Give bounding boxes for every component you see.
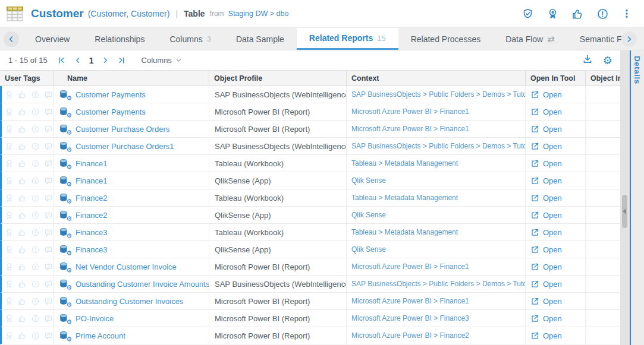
- table-row[interactable]: ⚙ PO-Invoice Microsoft Power BI (Report)…: [0, 310, 620, 327]
- thumbs-up-icon[interactable]: [18, 211, 27, 220]
- table-row[interactable]: ⚙ Customer Purchase Orders Microsoft Pow…: [0, 121, 620, 138]
- table-row[interactable]: ⚙ Outstanding Customer Invoices Microsof…: [0, 293, 620, 310]
- thumbs-up-icon[interactable]: [18, 314, 27, 323]
- next-page-icon[interactable]: [101, 56, 110, 65]
- alert-icon[interactable]: [31, 314, 40, 323]
- medal-icon[interactable]: [5, 125, 14, 134]
- alert-icon[interactable]: [31, 90, 40, 99]
- comment-icon[interactable]: [44, 90, 53, 99]
- medal-icon[interactable]: [5, 245, 14, 254]
- alert-icon[interactable]: [31, 262, 40, 271]
- comment-icon[interactable]: [44, 280, 53, 289]
- alert-icon[interactable]: [31, 107, 40, 116]
- open-in-tool-link[interactable]: Open: [526, 262, 562, 271]
- alert-icon[interactable]: [31, 142, 40, 151]
- context-link[interactable]: Microsoft Azure Power BI > Finance3: [347, 314, 469, 322]
- more-menu-icon[interactable]: [621, 8, 632, 20]
- report-name-link[interactable]: Finance3: [76, 245, 107, 254]
- table-row[interactable]: ⚙ Customer Payments SAP BusinessObjects …: [0, 86, 620, 103]
- tab-related-processes[interactable]: Related Processes: [398, 28, 494, 50]
- open-in-tool-link[interactable]: Open: [526, 159, 562, 168]
- download-icon[interactable]: [582, 54, 593, 67]
- table-row[interactable]: ⚙ Oustanding Customer Invoice Amounts SA…: [0, 276, 620, 293]
- thumbs-up-icon[interactable]: [18, 245, 27, 254]
- source-breadcrumb[interactable]: Staging DW > dbo: [228, 10, 289, 18]
- medal-icon[interactable]: [5, 297, 14, 306]
- context-link[interactable]: Tableau > Metadata Management: [347, 159, 458, 167]
- thumbs-up-icon[interactable]: [18, 262, 27, 271]
- open-in-tool-link[interactable]: Open: [526, 107, 562, 116]
- details-panel-tab[interactable]: Details: [631, 50, 644, 345]
- table-row[interactable]: ⚙ Finance2 Tableau (Workbook) Tableau > …: [0, 189, 620, 207]
- certified-badge-icon[interactable]: [546, 8, 559, 20]
- open-in-tool-link[interactable]: Open: [526, 331, 562, 340]
- table-row[interactable]: ⚙ Finance3 QlikSense (App) Qlik Sense Op…: [0, 241, 620, 258]
- tab-columns[interactable]: Columns 3: [157, 28, 223, 50]
- thumbs-up-icon[interactable]: [18, 176, 27, 185]
- thumbs-up-icon[interactable]: [18, 125, 27, 134]
- context-link[interactable]: SAP BusinessObjects > Public Folders > D…: [347, 280, 526, 288]
- thumbs-up-icon[interactable]: [18, 228, 27, 237]
- context-link[interactable]: Microsoft Azure Power BI > Finance2: [347, 331, 469, 340]
- context-link[interactable]: Qlik Sense: [347, 245, 386, 254]
- comment-icon[interactable]: [44, 331, 53, 340]
- context-link[interactable]: SAP BusinessObjects > Public Folders > D…: [347, 142, 526, 150]
- report-name-link[interactable]: Outstanding Customer Invoices: [76, 297, 183, 306]
- medal-icon[interactable]: [5, 90, 14, 99]
- thumbs-up-icon[interactable]: [18, 90, 27, 99]
- comment-icon[interactable]: [44, 228, 53, 237]
- report-name-link[interactable]: Customer Payments: [76, 90, 146, 99]
- alert-icon[interactable]: [31, 159, 40, 168]
- tabs-scroll-left-icon[interactable]: [4, 31, 19, 47]
- table-row[interactable]: ⚙ Finance3 Tableau (Workbook) Tableau > …: [0, 224, 620, 241]
- report-name-link[interactable]: Customer Purchase Orders1: [76, 142, 174, 151]
- open-in-tool-link[interactable]: Open: [526, 142, 562, 151]
- medal-icon[interactable]: [5, 142, 14, 151]
- medal-icon[interactable]: [5, 228, 14, 237]
- thumbs-up-icon[interactable]: [571, 8, 584, 20]
- table-row[interactable]: ⚙ Net Vendor Customer Invoice Microsoft …: [0, 258, 620, 276]
- table-row[interactable]: ⚙ Finance1 Tableau (Workbook) Tableau > …: [0, 155, 620, 172]
- prev-page-icon[interactable]: [73, 56, 82, 65]
- open-in-tool-link[interactable]: Open: [526, 90, 562, 99]
- thumbs-up-icon[interactable]: [18, 142, 27, 151]
- report-name-link[interactable]: Finance1: [76, 159, 107, 168]
- panel-collapse-handle[interactable]: [622, 195, 627, 228]
- context-link[interactable]: Microsoft Azure Power BI > Finance1: [347, 297, 469, 305]
- open-in-tool-link[interactable]: Open: [526, 194, 562, 202]
- comment-icon[interactable]: [44, 297, 53, 306]
- context-link[interactable]: Microsoft Azure Power BI > Finance1: [347, 125, 469, 133]
- open-in-tool-link[interactable]: Open: [526, 297, 562, 306]
- alert-icon[interactable]: [31, 211, 40, 220]
- comment-icon[interactable]: [44, 245, 53, 254]
- alert-icon[interactable]: [31, 228, 40, 237]
- open-in-tool-link[interactable]: Open: [526, 211, 562, 220]
- context-link[interactable]: Microsoft Azure Power BI > Finance1: [347, 107, 469, 116]
- report-name-link[interactable]: Oustanding Customer Invoice Amounts: [76, 280, 209, 289]
- settings-gear-icon[interactable]: ⚙: [603, 55, 612, 66]
- columns-dropdown[interactable]: Columns: [142, 56, 182, 65]
- open-in-tool-link[interactable]: Open: [526, 125, 562, 134]
- tabs-scroll-right-icon[interactable]: [621, 31, 637, 47]
- medal-icon[interactable]: [5, 159, 14, 168]
- thumbs-up-icon[interactable]: [18, 194, 27, 202]
- report-name-link[interactable]: Prime Account: [76, 331, 125, 340]
- first-page-icon[interactable]: [57, 56, 66, 65]
- medal-icon[interactable]: [5, 176, 14, 185]
- tab-data-sample[interactable]: Data Sample: [224, 28, 297, 50]
- medal-icon[interactable]: [5, 331, 14, 340]
- report-name-link[interactable]: Finance2: [76, 194, 107, 202]
- thumbs-up-icon[interactable]: [18, 297, 27, 306]
- thumbs-up-icon[interactable]: [18, 331, 27, 340]
- table-row[interactable]: ⚙ Finance1 QlikSense (App) Qlik Sense Op…: [0, 172, 620, 189]
- column-header-open-in-tool[interactable]: Open In Tool: [526, 71, 586, 86]
- alert-icon[interactable]: [31, 280, 40, 289]
- medal-icon[interactable]: [5, 194, 14, 202]
- alert-circle-icon[interactable]: [596, 8, 609, 20]
- open-in-tool-link[interactable]: Open: [526, 314, 562, 323]
- alert-icon[interactable]: [31, 331, 40, 340]
- thumbs-up-icon[interactable]: [18, 280, 27, 289]
- comment-icon[interactable]: [44, 262, 53, 271]
- report-name-link[interactable]: Finance2: [76, 211, 107, 220]
- comment-icon[interactable]: [44, 107, 53, 116]
